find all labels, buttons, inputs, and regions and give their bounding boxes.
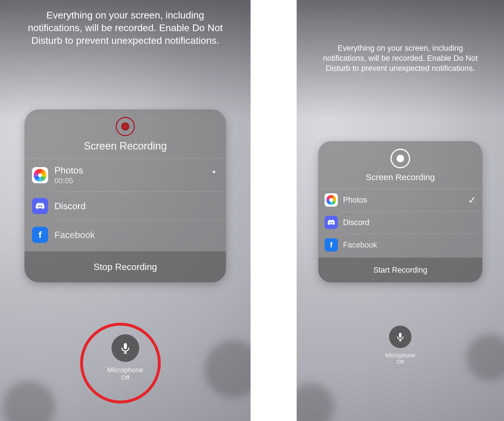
microphone-label: Microphone [385, 352, 416, 359]
facebook-app-icon: f [32, 227, 48, 243]
recording-disclaimer: Everything on your screen, including not… [315, 43, 485, 73]
destination-row-photos[interactable]: Photos ✓ [318, 189, 482, 211]
screen-recording-panel: Screen Recording Photos ✓ Discord f [318, 141, 482, 282]
microphone-state: Off [385, 359, 416, 365]
destination-label: Photos [343, 196, 463, 205]
photos-app-icon [32, 167, 48, 183]
phone-right: Everything on your screen, including not… [297, 0, 504, 421]
destination-label: Discord [343, 218, 476, 227]
recording-disclaimer: Everything on your screen, including not… [22, 9, 228, 47]
facebook-app-icon: f [325, 238, 338, 252]
screen-recording-panel: Screen Recording Photos 00:05 Discord [24, 110, 226, 282]
destination-list[interactable]: Photos 00:05 Discord f Facebook [24, 158, 226, 243]
destination-row-discord[interactable]: Discord [318, 211, 482, 234]
destination-label: Facebook [54, 230, 219, 240]
discord-app-icon [32, 198, 48, 214]
svg-rect-3 [399, 333, 402, 338]
column-gap [251, 0, 297, 421]
panel-header: Screen Recording [318, 141, 482, 188]
destination-list[interactable]: Photos ✓ Discord f Facebook [318, 188, 482, 252]
phone-left: Everything on your screen, including not… [0, 0, 251, 421]
stop-recording-button[interactable]: Stop Recording [24, 251, 226, 282]
destination-label: Discord [54, 201, 219, 212]
microphone-control: Microphone Off [385, 326, 416, 365]
destination-row-discord[interactable]: Discord [24, 192, 226, 220]
bg-blob [3, 381, 55, 421]
record-indicator-icon [391, 149, 410, 168]
svg-rect-0 [124, 343, 127, 349]
discord-app-icon [325, 216, 338, 229]
destination-label: Photos [54, 165, 203, 176]
recording-timer: 00:05 [54, 176, 203, 185]
destination-row-photos[interactable]: Photos 00:05 [24, 159, 226, 192]
recording-indicator-icon [116, 117, 135, 136]
panel-header: Screen Recording [24, 110, 226, 158]
destination-label: Facebook [343, 241, 476, 250]
destination-row-facebook[interactable]: f Facebook [24, 220, 226, 243]
panel-title: Screen Recording [321, 172, 480, 182]
microphone-state: Off [107, 374, 143, 382]
microphone-toggle-button[interactable] [111, 334, 139, 362]
microphone-icon [119, 342, 131, 354]
microphone-icon [395, 332, 405, 342]
photos-app-icon [325, 193, 338, 207]
bg-blob [297, 384, 334, 421]
bg-blob [204, 340, 251, 398]
microphone-label: Microphone [107, 366, 143, 374]
microphone-control: Microphone Off [107, 334, 143, 382]
checkmark-icon: ✓ [468, 194, 476, 206]
microphone-toggle-button[interactable] [389, 326, 412, 348]
start-recording-button[interactable]: Start Recording [318, 257, 482, 282]
destination-row-facebook[interactable]: f Facebook [318, 234, 482, 252]
bg-blob [467, 335, 504, 381]
panel-title: Screen Recording [27, 140, 223, 152]
loading-spinner-icon [209, 171, 219, 180]
